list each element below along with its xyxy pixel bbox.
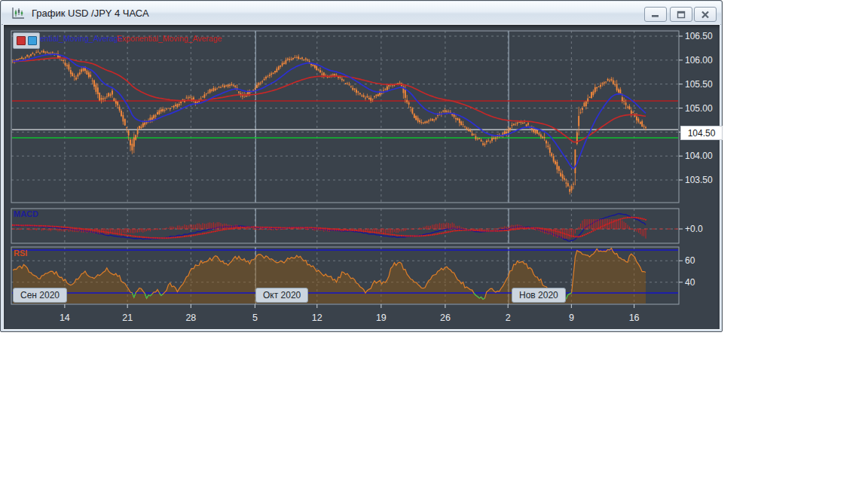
restore-button[interactable] [670,7,692,22]
ema-fast-legend-label: ential_Moving_Average [40,34,123,43]
svg-text:106.50: 106.50 [685,31,713,41]
ema-slow-legend-label: Exponential_Moving_Average [117,34,222,43]
chart-icon [11,7,26,20]
svg-text:+0.0: +0.0 [685,224,703,234]
current-price-badge: 104.50 [680,126,723,140]
svg-text:60: 60 [685,255,695,266]
ema-slow-swatch[interactable] [17,36,26,45]
minimize-button[interactable] [644,7,667,22]
ema-fast-line [13,54,646,169]
macd-line [13,214,646,242]
svg-text:14: 14 [60,313,70,323]
svg-text:105.00: 105.00 [685,103,713,114]
chart-canvas[interactable]: 106.50106.00105.50105.00104.00103.50+0.0… [4,25,720,329]
svg-text:5: 5 [252,313,258,323]
macd-panel-label: MACD [14,209,38,218]
svg-text:12: 12 [312,313,322,323]
svg-text:103.50: 103.50 [685,175,713,185]
chart-window: График USD /JPY 4 ЧАСА 106.50106.00105.5… [0,0,723,332]
macd-panel-border [11,209,679,243]
month-label-nov2020: Нов 2020 [512,288,566,303]
svg-text:28: 28 [185,313,196,323]
legend-color-box[interactable] [13,32,40,49]
chart-client-area[interactable]: 106.50106.00105.50105.00104.00103.50+0.0… [4,25,720,329]
close-button[interactable] [694,7,717,22]
svg-text:40: 40 [685,277,695,288]
month-label-okt2020: Окт 2020 [255,288,308,303]
svg-text:104.00: 104.00 [685,151,713,161]
svg-text:105.50: 105.50 [685,79,713,90]
svg-text:16: 16 [629,313,640,323]
svg-text:19: 19 [376,313,387,323]
minimize-icon [650,11,661,18]
close-icon [700,11,711,19]
rsi-panel-label: RSI [14,249,27,258]
svg-text:106.00: 106.00 [685,55,713,66]
month-label-sep2020: Сен 2020 [13,288,67,303]
restore-icon [676,11,686,19]
title-bar[interactable]: График USD /JPY 4 ЧАСА [2,2,721,25]
svg-text:21: 21 [122,313,133,323]
svg-text:9: 9 [569,313,574,323]
ema-fast-swatch[interactable] [28,36,37,45]
svg-text:26: 26 [440,313,451,323]
svg-text:2: 2 [506,313,511,323]
window-title: График USD /JPY 4 ЧАСА [32,8,149,19]
